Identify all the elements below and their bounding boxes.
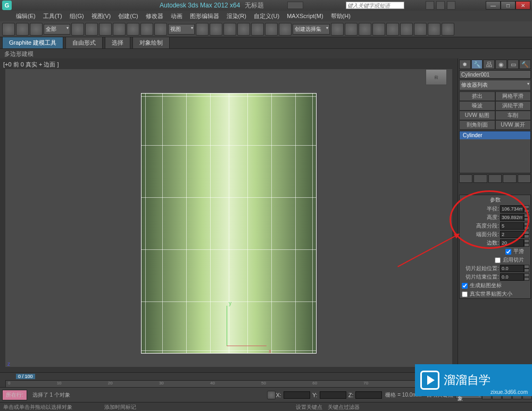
scale-button[interactable] <box>154 23 167 36</box>
height-spinner[interactable] <box>500 214 529 221</box>
render-button[interactable] <box>442 23 454 36</box>
slice-from-spinner[interactable] <box>500 265 529 272</box>
display-tab[interactable]: ▭ <box>508 60 519 69</box>
z-input[interactable] <box>355 391 382 399</box>
undo-button[interactable] <box>2 23 15 36</box>
menu-customize[interactable]: 自定义(U) <box>254 12 279 20</box>
named-selection-dropdown[interactable]: 创建选择集 <box>293 24 330 35</box>
slice-on-checkbox[interactable] <box>495 257 501 263</box>
radius-spinner[interactable] <box>500 205 529 213</box>
ribbon-tab-selection[interactable]: 选择 <box>105 37 130 48</box>
mod-btn-extrude[interactable]: 挤出 <box>459 91 495 101</box>
link-button[interactable] <box>30 23 43 36</box>
menu-modifiers[interactable]: 修改器 <box>146 12 163 20</box>
viewport[interactable]: y x <box>5 69 452 367</box>
move-button[interactable] <box>127 23 139 36</box>
stack-pin-button[interactable] <box>459 174 472 183</box>
selection-filter-dropdown[interactable]: 全部 <box>44 24 70 35</box>
render-frame-button[interactable] <box>428 23 440 36</box>
stack-item-cylinder[interactable]: Cylinder <box>460 131 530 139</box>
menu-animation[interactable]: 动画 <box>171 12 182 20</box>
menu-edit[interactable]: 编辑(E) <box>16 12 36 20</box>
real-world-checkbox[interactable] <box>462 291 468 297</box>
slice-to-spinner[interactable] <box>500 273 529 281</box>
height-segs-spinner[interactable] <box>500 222 529 230</box>
info-icon[interactable] <box>426 1 434 10</box>
modifier-stack[interactable]: Cylinder <box>459 131 531 173</box>
maximize-button[interactable]: □ <box>501 1 516 10</box>
mod-btn-turbosmooth[interactable]: 涡轮平滑 <box>495 101 531 111</box>
gen-uv-checkbox[interactable] <box>462 283 468 289</box>
close-button[interactable]: ✕ <box>516 1 530 10</box>
snap-angle-button[interactable] <box>237 23 250 36</box>
menu-tools[interactable]: 工具(T) <box>43 12 62 20</box>
params-rollout-title[interactable]: 参数 <box>460 195 530 205</box>
cylinder-object[interactable]: y x <box>141 93 317 354</box>
mod-btn-uvwmap[interactable]: UVW 贴图 <box>459 111 495 120</box>
render-setup-button[interactable] <box>414 23 427 36</box>
stack-unique-button[interactable] <box>488 174 502 183</box>
redo-button[interactable] <box>16 23 29 36</box>
add-time-tag[interactable]: 添加时间标记 <box>104 404 136 411</box>
pivot-button[interactable] <box>196 23 209 36</box>
utilities-tab[interactable]: 🔨 <box>519 60 531 69</box>
mod-btn-chamfer[interactable]: 剖角剖面 <box>459 120 495 130</box>
x-input[interactable] <box>284 391 310 399</box>
sides-spinner[interactable] <box>500 239 529 247</box>
menu-create[interactable]: 创建(C) <box>118 12 138 20</box>
mod-btn-lathe[interactable]: 车削 <box>495 111 531 120</box>
snap-percent-button[interactable] <box>251 23 264 36</box>
menu-group[interactable]: 组(G) <box>70 12 84 20</box>
mod-btn-noise[interactable]: 噪波 <box>459 101 495 111</box>
named-sel-prev-button[interactable] <box>279 23 292 36</box>
stack-config-button[interactable] <box>518 174 531 183</box>
select-name-button[interactable] <box>85 23 98 36</box>
mod-btn-meshsmooth[interactable]: 网格平滑 <box>495 91 531 101</box>
manipulate-button[interactable] <box>210 23 222 36</box>
hierarchy-tab[interactable]: 品 <box>483 60 495 69</box>
time-slider[interactable]: 0 / 100 <box>16 374 35 379</box>
snap-2d-button[interactable] <box>223 23 236 36</box>
y-input[interactable] <box>320 391 346 399</box>
menu-rendering[interactable]: 渲染(R) <box>227 12 246 20</box>
menu-maxscript[interactable]: MAXScript(M) <box>287 13 323 19</box>
minimize-button[interactable]: — <box>486 1 501 10</box>
menu-help[interactable]: 帮助(H) <box>331 12 351 20</box>
help-search-input[interactable] <box>346 2 404 9</box>
ribbon-tab-paint[interactable]: 对象绘制 <box>132 37 170 48</box>
help-icon[interactable] <box>447 1 455 10</box>
menu-grapheditors[interactable]: 图形编辑器 <box>190 12 219 20</box>
motion-tab[interactable]: ◉ <box>495 60 507 69</box>
ribbon-tab-freeform[interactable]: 自由形式 <box>65 37 103 48</box>
mod-btn-uvwunwrap[interactable]: UVW 展开 <box>495 120 531 130</box>
modifier-list-dropdown[interactable]: 修改器列表 <box>459 80 531 90</box>
setkey-button[interactable]: 设置关键点 <box>296 404 322 411</box>
select-rect-button[interactable] <box>99 23 112 36</box>
stack-remove-button[interactable] <box>503 174 516 183</box>
spinner-snap-button[interactable] <box>265 23 278 36</box>
curve-editor-button[interactable] <box>372 23 385 36</box>
align-button[interactable] <box>345 23 358 36</box>
ref-coord-dropdown[interactable]: 视图 <box>168 24 195 35</box>
object-name-input[interactable] <box>459 70 531 79</box>
select-button[interactable] <box>71 23 84 36</box>
key-filters-button[interactable]: 关键点过滤器 <box>328 404 360 411</box>
stack-show-button[interactable] <box>473 174 487 183</box>
lock-icon[interactable] <box>267 391 276 399</box>
schematic-button[interactable] <box>386 23 399 36</box>
material-editor-button[interactable] <box>400 23 413 36</box>
smooth-checkbox[interactable] <box>505 249 511 255</box>
create-tab[interactable]: ✹ <box>459 60 471 69</box>
viewcube[interactable]: 前 <box>426 69 447 85</box>
help-dropdown[interactable] <box>287 2 303 9</box>
star-icon[interactable] <box>436 1 445 10</box>
mirror-button[interactable] <box>331 23 344 36</box>
maxscript-listener-button[interactable]: 所在行: <box>2 390 27 400</box>
menu-views[interactable]: 视图(V) <box>92 12 111 20</box>
viewport-label[interactable]: [+0 前 0 真实 + 边面 ] <box>3 61 59 69</box>
cap-segs-spinner[interactable] <box>500 231 529 238</box>
window-crossing-button[interactable] <box>113 23 126 36</box>
rotate-button[interactable] <box>140 23 153 36</box>
modify-tab[interactable]: 🔧 <box>471 60 483 69</box>
ribbon-tab-graphite[interactable]: Graphite 建模工具 <box>2 37 63 48</box>
